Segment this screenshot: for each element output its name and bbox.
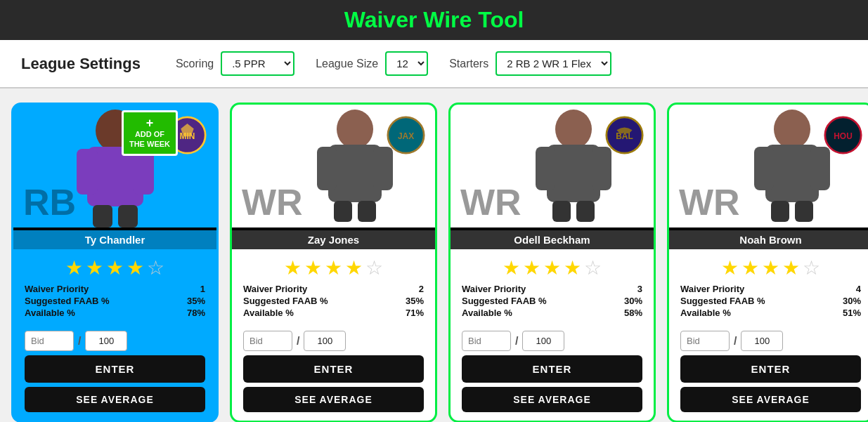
bid-separator: / [78, 335, 81, 348]
faab-value: 35% [187, 296, 205, 306]
waiver-priority-row: Waiver Priority 4 [680, 284, 861, 294]
player-name: Noah Brown [669, 230, 868, 249]
svg-rect-2 [77, 149, 98, 194]
position-label: WR [460, 184, 522, 220]
card-image-area: WR HOU [669, 105, 868, 228]
star-2: ★ [106, 256, 124, 279]
see-average-button[interactable]: SEE AVERAGE [25, 387, 205, 412]
faab-label: Suggested FAAB % [25, 296, 110, 306]
waiver-priority-label: Waiver Priority [243, 284, 307, 294]
stats-area: Waiver Priority 4 Suggested FAAB % 30% A… [669, 284, 868, 325]
star-1: ★ [86, 256, 103, 279]
svg-rect-29 [771, 201, 789, 222]
stars-row: ★★★★☆ [451, 249, 654, 284]
stars-row: ★★★★☆ [13, 249, 216, 284]
position-label: WR [679, 184, 740, 220]
team-logo: BAL [605, 116, 644, 154]
cards-container: RB MIN +ADD OFTHE WEEK Ty Chandler ★★★★☆ [0, 88, 868, 422]
available-value: 58% [624, 308, 642, 318]
svg-point-25 [774, 110, 810, 149]
starters-select[interactable]: 2 RB 2 WR 1 Flex 1 RB 2 WR 1 Flex 2 RB 3… [495, 51, 611, 76]
enter-button[interactable]: ENTER [243, 355, 424, 383]
stars-row: ★★★★☆ [669, 249, 868, 284]
card-image-area: WR JAX [232, 105, 435, 228]
bid-input[interactable] [680, 331, 730, 351]
see-average-button[interactable]: SEE AVERAGE [462, 387, 642, 412]
player-name: Ty Chandler [13, 230, 216, 249]
svg-rect-22 [576, 201, 595, 222]
svg-rect-14 [358, 201, 376, 222]
available-row: Available % 51% [680, 308, 861, 318]
league-size-group: League Size 8 10 12 14 16 [316, 51, 428, 76]
faab-value: 30% [843, 296, 861, 306]
star-0: ★ [721, 256, 739, 279]
bid-row: / 100 [669, 325, 868, 355]
card-image-area: RB MIN +ADD OFTHE WEEK [13, 105, 216, 228]
waiver-priority-value: 1 [200, 284, 205, 294]
scoring-label: Scoring [176, 58, 214, 70]
star-1: ★ [523, 256, 540, 279]
star-0: ★ [65, 256, 83, 279]
bid-input[interactable] [243, 331, 292, 351]
player-card-2: WR BAL Odell Beckham ★★★★☆ Waiver Priori… [448, 103, 656, 422]
stats-area: Waiver Priority 3 Suggested FAAB % 30% A… [451, 284, 654, 325]
faab-value: 30% [624, 296, 642, 306]
player-name: Odell Beckham [451, 230, 654, 249]
enter-button[interactable]: ENTER [680, 355, 861, 383]
waiver-priority-label: Waiver Priority [462, 284, 526, 294]
position-label: WR [242, 184, 303, 220]
available-row: Available % 71% [243, 308, 424, 318]
faab-value: 35% [406, 296, 424, 306]
bid-separator: / [297, 335, 299, 348]
player-card-0: RB MIN +ADD OFTHE WEEK Ty Chandler ★★★★☆ [11, 103, 219, 422]
bid-row: / 100 [451, 325, 654, 355]
bid-total: 100 [522, 331, 564, 351]
bid-separator: / [734, 335, 737, 348]
waiver-priority-value: 4 [856, 284, 861, 294]
star-3: ★ [127, 256, 144, 279]
app-title: Waiver Wire Tool [0, 7, 868, 33]
star-1: ★ [741, 256, 759, 279]
svg-rect-11 [317, 147, 337, 190]
star-0: ★ [503, 256, 520, 279]
see-average-button[interactable]: SEE AVERAGE [680, 387, 861, 412]
settings-bar: League Settings Scoring .5 PPR PPR Stand… [0, 40, 868, 88]
star-3: ★ [782, 256, 800, 279]
team-logo: JAX [387, 116, 425, 154]
available-value: 78% [187, 308, 205, 318]
waiver-priority-value: 3 [637, 284, 642, 294]
star-4: ☆ [147, 256, 164, 279]
available-row: Available % 58% [462, 308, 642, 318]
bid-row: / 100 [232, 325, 435, 355]
bid-separator: / [515, 335, 518, 348]
see-average-button[interactable]: SEE AVERAGE [243, 387, 424, 412]
player-name: Zay Jones [232, 230, 435, 249]
available-row: Available % 78% [25, 308, 205, 318]
svg-rect-3 [133, 149, 154, 194]
star-3: ★ [345, 256, 363, 279]
available-label: Available % [243, 308, 294, 318]
bid-input[interactable] [462, 331, 511, 351]
enter-button[interactable]: ENTER [25, 355, 205, 383]
faab-label: Suggested FAAB % [462, 296, 547, 306]
waiver-priority-row: Waiver Priority 1 [25, 284, 205, 294]
star-3: ★ [564, 256, 581, 279]
faab-label: Suggested FAAB % [243, 296, 328, 306]
star-4: ☆ [803, 256, 820, 279]
svg-rect-21 [552, 201, 571, 222]
enter-button[interactable]: ENTER [462, 355, 642, 383]
available-label: Available % [25, 308, 75, 318]
league-size-label: League Size [316, 58, 378, 70]
player-card-1: WR JAX Zay Jones ★★★★☆ Waiver Priority 2 [230, 103, 437, 422]
app-header: Waiver Wire Tool [0, 0, 868, 40]
svg-rect-13 [334, 201, 352, 222]
scoring-select[interactable]: .5 PPR PPR Standard [221, 51, 294, 76]
bid-total: 100 [741, 331, 783, 351]
bid-input[interactable] [25, 331, 74, 351]
waiver-priority-row: Waiver Priority 2 [243, 284, 424, 294]
league-size-select[interactable]: 8 10 12 14 16 [385, 51, 428, 76]
faab-row: Suggested FAAB % 35% [25, 296, 205, 306]
svg-rect-5 [118, 205, 138, 228]
svg-rect-30 [795, 201, 813, 222]
starters-label: Starters [449, 58, 488, 70]
